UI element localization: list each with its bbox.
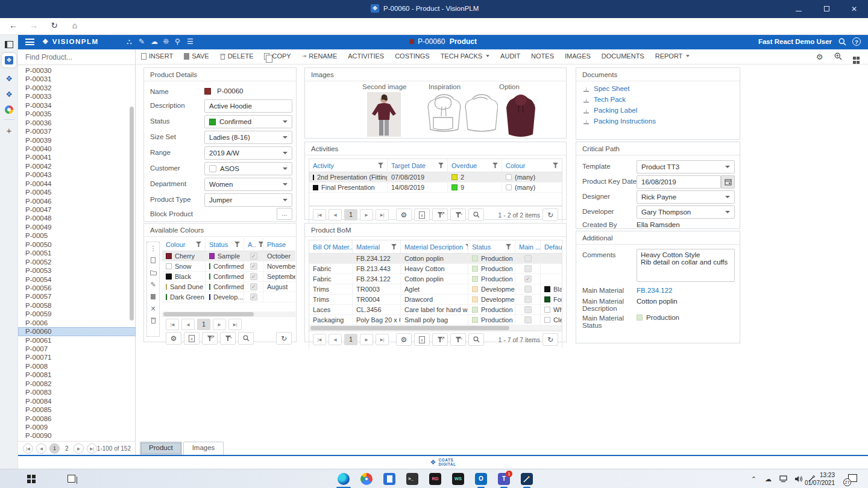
document-link-spec-sheet[interactable]: ↓Spec Sheet <box>583 85 740 92</box>
document-link-tech-pack[interactable]: ↓Tech Pack <box>583 96 740 103</box>
copy-button[interactable]: COPY <box>264 52 291 60</box>
colour-row[interactable]: Snow Confirmed November <box>162 261 295 272</box>
search-icon[interactable] <box>468 333 484 346</box>
product-list-item[interactable]: P-00061 <box>18 336 136 345</box>
filter-icon[interactable] <box>492 163 498 168</box>
second-image-photo[interactable] <box>367 92 401 137</box>
task-view-button[interactable] <box>68 475 75 483</box>
next-page-button[interactable]: ▶ <box>213 319 226 330</box>
refresh-icon[interactable]: ↻ <box>542 208 558 221</box>
column-header-material[interactable]: Material <box>353 240 401 253</box>
approved-checkbox[interactable] <box>250 263 257 270</box>
next-page-button[interactable]: ▶ <box>360 334 373 345</box>
status-dropdown[interactable]: Confirmed <box>204 115 292 128</box>
product-list-item[interactable]: P-00034 <box>18 101 136 110</box>
last-page-button[interactable]: ▶| <box>376 209 389 221</box>
audit-button[interactable]: AUDIT <box>500 52 520 60</box>
customer-dropdown[interactable]: ASOS <box>204 162 292 175</box>
current-page[interactable]: 1 <box>344 334 357 345</box>
delete-row-icon[interactable] <box>147 314 159 327</box>
approved-checkbox[interactable] <box>250 283 257 290</box>
onedrive-cloud-icon[interactable]: ☁ <box>765 475 772 483</box>
bom-row[interactable]: Packaging Poly Bag 20 x 60 Small poly ba… <box>309 315 562 325</box>
filter-icon[interactable] <box>196 242 201 247</box>
document-link-packing-label[interactable]: ↓Packing Label <box>583 107 740 114</box>
product-list-item[interactable]: P-00051 <box>18 249 136 257</box>
product-type-dropdown[interactable]: Jumper <box>204 193 292 207</box>
product-list-item[interactable]: P-00047 <box>18 205 136 214</box>
tech-packs-button[interactable]: TECH PACKS <box>441 52 489 60</box>
document-link-packing-instructions[interactable]: ↓Packing Instructions <box>583 117 740 125</box>
template-dropdown[interactable]: Product TT3 <box>637 160 735 174</box>
product-list-item[interactable]: P-00081 <box>18 371 136 379</box>
add-row-icon[interactable] <box>147 254 159 266</box>
colour-many-checkbox[interactable] <box>506 174 512 180</box>
colour-many-checkbox[interactable] <box>506 184 512 190</box>
column-header-target-date[interactable]: Target Date <box>388 159 448 172</box>
minimize-button[interactable] <box>785 0 813 18</box>
product-list-item[interactable]: P-00030 <box>18 66 136 75</box>
product-list-item[interactable]: P-0005 <box>18 231 136 240</box>
product-list-item[interactable]: P-00039 <box>18 136 136 145</box>
column-header-material-description[interactable]: Material Description <box>401 240 468 253</box>
refresh-icon[interactable]: ↻ <box>276 332 292 345</box>
tab-visionplm-3[interactable]: ❖ <box>2 87 16 101</box>
clear-filter-icon[interactable]: ↖ <box>450 333 466 346</box>
customer-checkbox[interactable] <box>209 165 216 172</box>
first-page-button[interactable]: |◀ <box>313 209 326 221</box>
save-button[interactable]: SAVE <box>184 52 209 60</box>
refresh-icon[interactable]: ↻ <box>542 333 558 346</box>
taskbar-sign-app-icon[interactable] <box>521 473 533 485</box>
column-header-colour[interactable]: Colour <box>162 238 206 251</box>
activities-button[interactable]: ACTIVITIES <box>348 52 384 60</box>
colour-row[interactable]: Dark Green Develop... <box>162 292 295 302</box>
page-2-button[interactable]: 2 <box>65 445 69 452</box>
column-header-colour[interactable]: Colour <box>502 159 562 172</box>
delete-button[interactable]: DELETE <box>220 52 254 60</box>
taskbar-edge-icon[interactable] <box>338 473 350 485</box>
product-list-item[interactable]: P-00057 <box>18 292 136 301</box>
product-list-item[interactable]: P-00048 <box>18 214 136 222</box>
column-header-bill-of-materials[interactable]: Bill Of Mater... <box>309 240 353 253</box>
rename-button[interactable]: ⇥RENAME <box>302 52 338 60</box>
product-list-item[interactable]: P-00053 <box>18 266 136 275</box>
main-checkbox[interactable] <box>524 316 532 324</box>
column-header-status[interactable]: Status <box>468 240 515 253</box>
colour-row[interactable]: Sand Dune Confirmed August <box>162 282 295 292</box>
column-header-status[interactable]: Status <box>206 238 244 251</box>
product-list-item[interactable]: P-00085 <box>18 405 136 414</box>
product-list-item[interactable]: P-00042 <box>18 162 136 170</box>
report-button[interactable]: REPORT <box>655 52 690 60</box>
taskbar-clock[interactable]: 13:23 01/07/2021 <box>805 471 835 487</box>
images-button[interactable]: IMAGES <box>565 52 591 60</box>
colour-row[interactable]: Black Confirmed September <box>162 272 295 282</box>
product-list-item[interactable]: P-00090 <box>18 431 136 440</box>
product-list-item[interactable]: P-00084 <box>18 397 136 405</box>
search-icon[interactable] <box>238 332 254 345</box>
next-page-button[interactable]: ▶ <box>360 209 373 221</box>
product-list-item[interactable]: P-00071 <box>18 353 136 361</box>
network-icon[interactable] <box>779 475 788 484</box>
home-button[interactable]: ⌂ <box>69 20 81 30</box>
bom-row[interactable]: Laces CL.3456 Care label for hand wash P… <box>309 305 562 315</box>
product-list-item[interactable]: P-00086 <box>18 414 136 423</box>
current-page[interactable]: 1 <box>344 209 357 221</box>
next-page-button[interactable]: ▶ <box>74 443 84 454</box>
product-list-item[interactable]: P-00044 <box>18 180 136 188</box>
hscroll-thumb[interactable] <box>310 326 509 330</box>
tray-chevron-up-icon[interactable]: ⌃ <box>751 475 756 483</box>
product-list-item[interactable]: P-00060 <box>18 327 136 336</box>
export-excel-icon[interactable]: x <box>184 332 200 345</box>
product-list-item[interactable]: P-00043 <box>18 170 136 179</box>
first-page-button[interactable]: |◀ <box>166 319 179 330</box>
product-list-item[interactable]: P-00041 <box>18 153 136 161</box>
bom-hscrollbar[interactable] <box>309 325 562 331</box>
cancel-icon[interactable]: ✕ <box>147 302 159 314</box>
main-checkbox[interactable] <box>524 286 532 293</box>
notes-button[interactable]: NOTES <box>531 52 554 60</box>
column-header-phase[interactable]: Phase <box>263 238 295 251</box>
filter-icon[interactable] <box>438 163 444 168</box>
option-image-hoodie[interactable] <box>505 92 536 138</box>
browser-tab[interactable]: ❖ P-00060 - Product - VisionPLM <box>371 4 479 13</box>
list-scrollbar-thumb[interactable] <box>130 107 134 321</box>
